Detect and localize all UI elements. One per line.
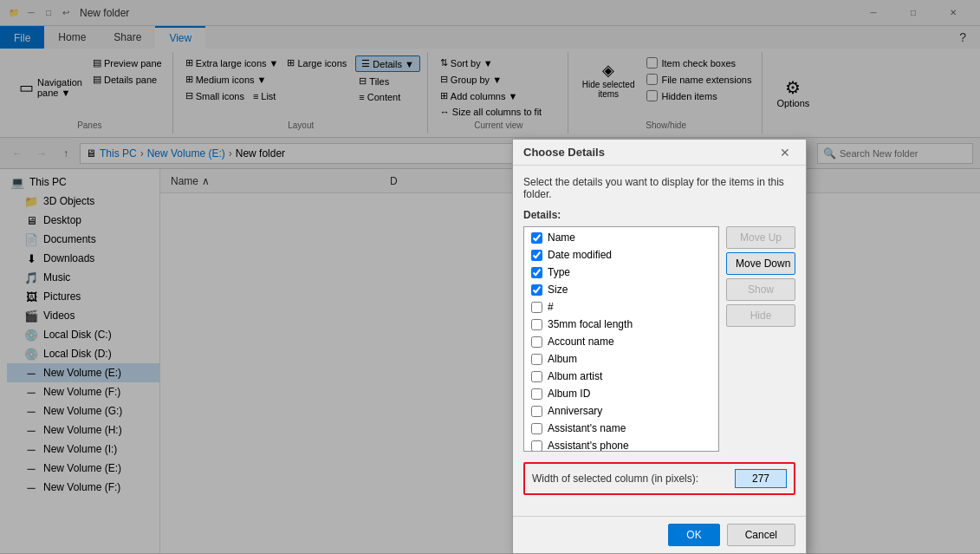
detail-item-anniversary[interactable]: Anniversary [524,402,718,420]
detail-item-hash[interactable]: # [524,298,718,316]
detail-item-album-artist[interactable]: Album artist [524,368,718,385]
detail-item-album[interactable]: Album [524,350,718,368]
detail-checkbox-35mm[interactable] [531,319,542,330]
detail-label-hash: # [548,301,554,313]
detail-checkbox-account[interactable] [531,336,542,348]
ok-button[interactable]: OK [668,524,719,546]
detail-item-date-modified[interactable]: Date modified [524,246,718,264]
detail-item-account[interactable]: Account name [524,333,718,350]
detail-label-name: Name [548,231,575,244]
pixel-width-row: Width of selected column (in pixels): [523,462,795,495]
detail-checkbox-assistant-phone[interactable] [531,440,542,452]
pixel-label: Width of selected column (in pixels): [532,473,728,485]
detail-item-35mm[interactable]: 35mm focal length [524,316,718,333]
detail-checkbox-album[interactable] [531,354,542,365]
hide-button[interactable]: Hide [726,304,795,327]
details-list[interactable]: Name Date modified Type Size [523,226,719,452]
detail-label-assistant-name: Assistant's name [548,422,626,434]
dialog-details-container: Name Date modified Type Size [523,226,795,452]
detail-label-anniversary: Anniversary [548,405,602,417]
detail-checkbox-size[interactable] [531,284,542,296]
cancel-button[interactable]: Cancel [727,524,795,546]
detail-label-album: Album [548,353,577,365]
choose-details-dialog: Choose Details ✕ Select the details you … [512,139,807,554]
move-up-button[interactable]: Move Up [726,226,795,249]
detail-checkbox-type[interactable] [531,267,542,278]
dialog-body: Select the details you want to display f… [513,166,806,516]
detail-label-type: Type [548,266,570,278]
detail-checkbox-album-artist[interactable] [531,371,542,382]
detail-checkbox-date[interactable] [531,250,542,261]
show-button[interactable]: Show [726,278,795,301]
detail-item-size[interactable]: Size [524,281,718,298]
dialog-titlebar: Choose Details ✕ [513,140,806,166]
detail-item-album-id[interactable]: Album ID [524,385,718,402]
detail-item-assistant-phone[interactable]: Assistant's phone [524,437,718,452]
detail-item-assistant-name[interactable]: Assistant's name [524,420,718,437]
detail-label-assistant-phone: Assistant's phone [548,440,629,452]
move-down-button[interactable]: Move Down [726,252,795,275]
dialog-description: Select the details you want to display f… [523,176,795,200]
detail-checkbox-album-id[interactable] [531,388,542,400]
dialog-overlay: Choose Details ✕ Select the details you … [0,0,980,554]
dialog-section-label: Details: [523,209,795,221]
details-action-buttons: Move Up Move Down Show Hide [726,226,795,452]
detail-checkbox-anniversary[interactable] [531,406,542,417]
detail-checkbox-name[interactable] [531,232,542,244]
detail-label-album-artist: Album artist [548,370,602,382]
detail-label-size: Size [548,284,568,296]
detail-item-name[interactable]: Name [524,229,718,246]
dialog-footer: OK Cancel [513,516,806,553]
dialog-title: Choose Details [523,146,775,159]
detail-checkbox-hash[interactable] [531,302,542,313]
detail-label-account: Account name [548,336,614,348]
detail-label-album-id: Album ID [548,388,590,400]
detail-checkbox-assistant-name[interactable] [531,423,542,434]
detail-label-date: Date modified [548,249,612,261]
pixel-input[interactable] [735,469,787,488]
dialog-close-button[interactable]: ✕ [775,142,795,163]
detail-item-type[interactable]: Type [524,264,718,281]
detail-label-35mm: 35mm focal length [548,318,633,330]
